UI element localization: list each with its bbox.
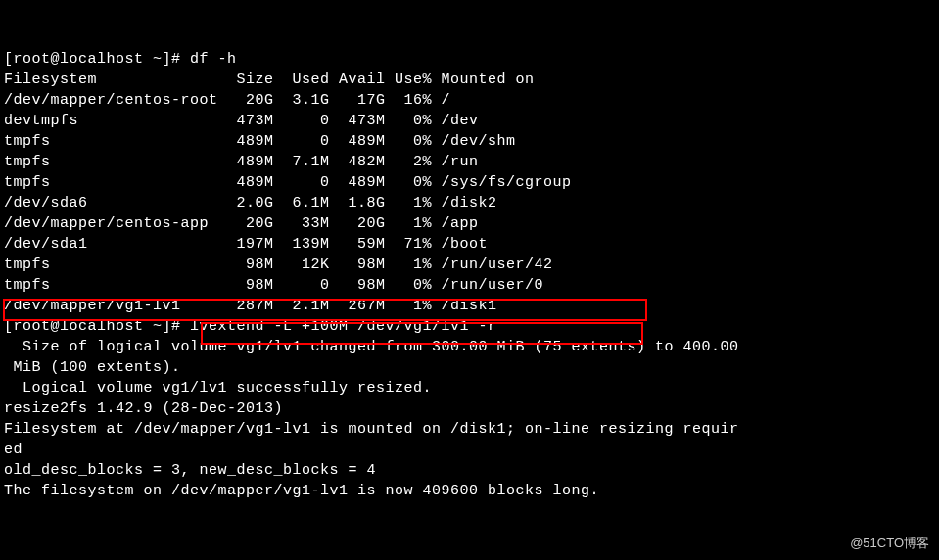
output-line: Filesystem at /dev/mapper/vg1-lv1 is mou… <box>4 421 739 438</box>
df-row: tmpfs 98M 0 98M 0% /run/user/0 <box>4 277 543 294</box>
df-row: tmpfs 489M 7.1M 482M 2% /run <box>4 154 479 170</box>
command-lvextend: lvextend -L +100M /dev/vg1/lv1 -r <box>190 318 497 335</box>
shell-prompt: [root@localhost ~]# <box>4 51 190 68</box>
output-line: resize2fs 1.42.9 (28-Dec-2013) <box>4 400 283 417</box>
output-line: Logical volume vg1/lv1 successfully resi… <box>4 380 432 397</box>
df-row: /dev/mapper/centos-root 20G 3.1G 17G 16%… <box>4 92 450 109</box>
df-row: tmpfs 98M 12K 98M 1% /run/user/42 <box>4 257 553 273</box>
df-row: /dev/sda6 2.0G 6.1M 1.8G 1% /disk2 <box>4 195 497 211</box>
output-line: MiB (100 extents). <box>4 359 181 376</box>
output-line: old_desc_blocks = 3, new_desc_blocks = 4 <box>4 462 376 479</box>
df-row-highlighted: /dev/mapper/vg1-lv1 287M 2.1M 267M 1% /d… <box>4 298 497 314</box>
df-row: /dev/sda1 197M 139M 59M 71% /boot <box>4 236 488 253</box>
df-row: tmpfs 489M 0 489M 0% /dev/shm <box>4 133 516 150</box>
df-row: tmpfs 489M 0 489M 0% /sys/fs/cgroup <box>4 174 572 191</box>
watermark: @51CTO博客 <box>850 535 929 552</box>
command-df: df -h <box>190 51 237 68</box>
df-row: /dev/mapper/centos-app 20G 33M 20G 1% /a… <box>4 215 479 232</box>
output-line: Size of logical volume vg1/lv1 changed f… <box>4 339 739 355</box>
output-line: ed <box>4 442 23 458</box>
df-row: devtmpfs 473M 0 473M 0% /dev <box>4 113 479 129</box>
shell-prompt: [root@localhost ~]# <box>4 318 190 335</box>
df-header: Filesystem Size Used Avail Use% Mounted … <box>4 71 535 88</box>
output-line: The filesystem on /dev/mapper/vg1-lv1 is… <box>4 483 599 499</box>
